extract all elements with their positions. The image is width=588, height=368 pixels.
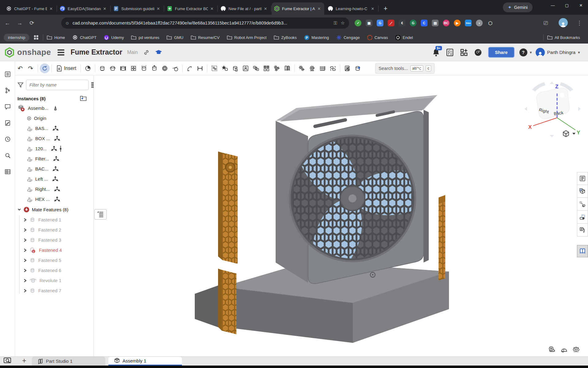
screenshot-icon[interactable]: ▣ <box>366 20 372 26</box>
news-icon[interactable]: ▤ <box>432 20 439 26</box>
mate-slider-icon[interactable] <box>118 63 128 74</box>
browser-tab[interactable]: Fume Extractor | As ✕ <box>272 2 324 15</box>
standard-content-icon[interactable] <box>240 63 251 74</box>
apps-grid-icon[interactable] <box>34 35 39 40</box>
bom-panel-icon[interactable] <box>3 167 12 176</box>
mate-feature-row[interactable]: Revolute 1 <box>15 275 93 286</box>
instance-row[interactable]: BAC... <box>15 164 93 174</box>
share-link-icon[interactable] <box>143 49 149 56</box>
search-panel-icon[interactable] <box>3 151 12 159</box>
bookmark-star-icon[interactable]: ☆ <box>341 20 345 26</box>
update-sync-icon[interactable] <box>40 63 50 73</box>
tab-close-icon[interactable]: ✕ <box>370 6 375 11</box>
named-positions-icon[interactable] <box>577 224 588 236</box>
browser-tab[interactable]: New File at / · partl ✕ <box>218 2 271 15</box>
url-input[interactable]: ⊙ cad.onshape.com/documents/5f3d41ebaa1f… <box>61 17 349 29</box>
window-maximize-button[interactable]: ▢ <box>560 0 574 10</box>
tab-close-icon[interactable]: ✕ <box>209 6 215 11</box>
mate-feature-row[interactable]: Fastened 2 <box>15 225 93 235</box>
width-mate-icon[interactable] <box>195 63 205 74</box>
bookmark-item[interactable]: GMU <box>163 35 187 40</box>
bc-icon[interactable]: BC <box>443 20 450 26</box>
tab-close-icon[interactable]: ✕ <box>263 6 268 11</box>
circular-pattern-icon[interactable] <box>272 63 282 74</box>
bookmark-item[interactable]: Resume/CV <box>187 35 223 40</box>
expand-chevron-icon[interactable] <box>24 238 27 242</box>
learning-center-icon[interactable] <box>155 49 162 56</box>
filter-by-name-input[interactable] <box>26 80 89 90</box>
branch-history-icon[interactable] <box>3 86 12 94</box>
expand-chevron-icon[interactable] <box>24 269 27 272</box>
extensions-puzzle-icon[interactable]: ⬡ <box>487 20 494 26</box>
insert-button[interactable]: Insert <box>54 65 79 72</box>
bookmark-item[interactable]: ChatGPT <box>69 35 100 40</box>
euro-icon[interactable]: € <box>399 20 405 26</box>
mate-feature-row[interactable]: ! Fastened 4 <box>15 245 93 255</box>
bookmark-item[interactable]: P Mastering <box>300 35 333 40</box>
instance-row[interactable]: Origin <box>15 113 93 123</box>
expand-chevron-icon[interactable] <box>24 228 27 232</box>
browser-tab[interactable]: Fume Extractor BO ✕ <box>164 2 217 15</box>
browser-menu-icon[interactable]: ⋮ <box>575 18 584 28</box>
video-play-icon[interactable]: ▶ <box>454 20 461 26</box>
user-dropdown-caret-icon[interactable]: ▼ <box>577 51 581 54</box>
instance-row[interactable]: Left ... <box>15 174 93 184</box>
expand-chevron-icon[interactable] <box>24 279 27 282</box>
mate-feature-row[interactable]: Fastened 1 <box>15 215 93 225</box>
expand-chevron-icon[interactable] <box>24 248 27 252</box>
instance-row[interactable]: BAS... <box>15 123 93 133</box>
comment-panel-icon[interactable] <box>3 102 12 111</box>
instance-row[interactable]: BOX ... <box>15 133 93 144</box>
search-tabs-icon[interactable] <box>4 358 12 364</box>
mate-revolute-icon[interactable] <box>107 63 118 74</box>
all-bookmarks-button[interactable]: All Bookmarks <box>544 35 584 40</box>
linear-pattern-icon[interactable] <box>261 63 272 74</box>
instance-row[interactable]: Filter... <box>15 154 93 164</box>
feature-list-panel-icon[interactable] <box>3 70 12 78</box>
window-close-button[interactable]: ✕ <box>574 0 588 10</box>
share-button[interactable]: Share <box>488 47 514 58</box>
mate-feature-row[interactable]: Fastened 5 <box>15 255 93 265</box>
add-folder-icon[interactable] <box>80 96 87 101</box>
learning-paths-icon[interactable] <box>474 48 482 56</box>
mate-pin-slot-icon[interactable] <box>149 63 160 74</box>
branch-label[interactable]: Main <box>127 50 138 55</box>
bookmark-item[interactable]: Robot Arm Project <box>223 35 270 40</box>
mate-fastened-icon[interactable] <box>97 63 107 74</box>
grammarly-icon[interactable]: G <box>410 20 417 26</box>
password-key-icon[interactable]: ⚿ <box>334 20 337 26</box>
bookmark-internship[interactable]: internship <box>4 34 29 41</box>
group-icon[interactable] <box>209 63 220 74</box>
history-panel-icon[interactable] <box>3 135 12 143</box>
mate-ball-icon[interactable] <box>160 63 170 74</box>
exploded-view-icon[interactable] <box>577 198 588 211</box>
appearance-book-icon[interactable] <box>577 245 588 257</box>
bookmark-item[interactable]: Udemy <box>100 35 127 40</box>
tasks-checklist-icon[interactable] <box>446 48 454 56</box>
tab-close-icon[interactable]: ✕ <box>48 6 54 11</box>
bookmark-item[interactable]: Canvas <box>364 35 392 40</box>
instance-row[interactable]: HEX ... <box>15 194 93 204</box>
instance-row[interactable]: 120... <box>15 144 93 154</box>
undo-button[interactable]: ↶ <box>15 63 25 74</box>
protractor-icon[interactable] <box>560 346 568 353</box>
document-menu-icon[interactable] <box>58 48 64 57</box>
add-tab-button[interactable]: + <box>20 356 29 365</box>
mate-feature-row[interactable]: Fastened 7 <box>15 286 93 296</box>
bom-visibility-icon[interactable] <box>342 63 352 74</box>
back-button[interactable]: ← <box>2 18 12 28</box>
onshape-logo[interactable]: onshape <box>4 47 51 58</box>
assembly-settings-icon[interactable] <box>296 63 307 74</box>
cast-icon[interactable]: ⎚ <box>541 18 551 28</box>
mate-tangent-icon[interactable] <box>170 63 180 74</box>
browser-tab[interactable]: ChatGPT - Fume Ex ✕ <box>4 2 56 15</box>
bookmark-item[interactable]: pd ventures <box>127 35 163 40</box>
bookmark-item[interactable]: ZyBooks <box>270 35 300 40</box>
mate-features-header[interactable]: Mate Features (8) <box>15 204 93 215</box>
document-tab[interactable]: Part Studio 1 <box>32 357 105 366</box>
tab-close-icon[interactable]: ✕ <box>156 6 161 11</box>
new-tab-button[interactable]: + <box>381 4 390 13</box>
mass-properties-icon[interactable] <box>573 346 579 353</box>
timer-54m-icon[interactable]: 54m <box>465 20 472 26</box>
app-store-icon[interactable] <box>460 48 468 56</box>
